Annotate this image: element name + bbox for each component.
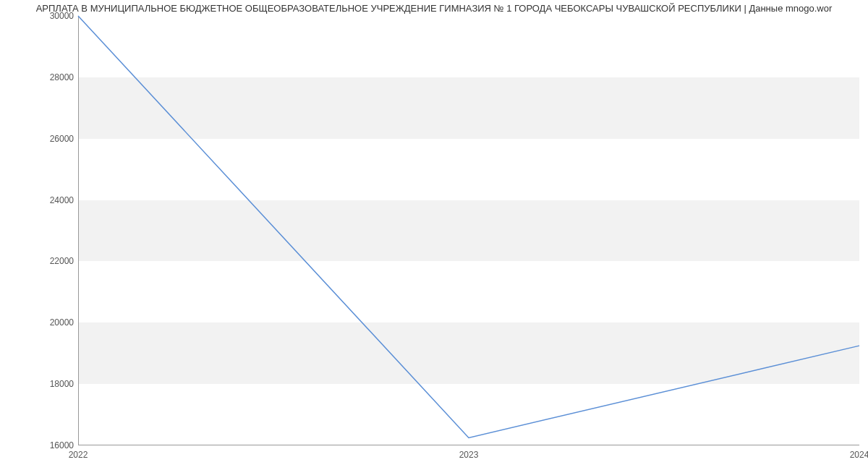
y-tick-label: 16000: [16, 440, 74, 450]
chart-title: АРПЛАТА В МУНИЦИПАЛЬНОЕ БЮДЖЕТНОЕ ОБЩЕОБ…: [0, 3, 868, 14]
y-tick-label: 18000: [16, 379, 74, 389]
x-tick-label: 2024: [850, 450, 868, 460]
x-tick-label: 2022: [69, 450, 88, 460]
y-tick-label: 26000: [16, 134, 74, 144]
line-series-svg: [78, 16, 859, 445]
y-tick-label: 20000: [16, 317, 74, 328]
y-tick-label: 28000: [16, 72, 74, 82]
y-tick-label: 30000: [16, 11, 74, 21]
chart-plot-area: [78, 16, 859, 445]
y-tick-label: 24000: [16, 195, 74, 205]
x-tick-label: 2023: [459, 450, 479, 460]
y-tick-label: 22000: [16, 256, 74, 266]
